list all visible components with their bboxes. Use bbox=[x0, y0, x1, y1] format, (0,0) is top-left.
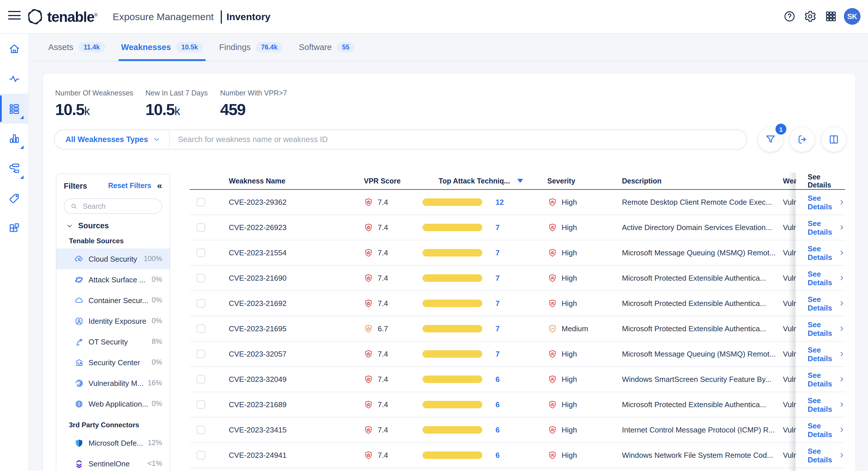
col-header-top-attack[interactable]: Top Attack Techniq... bbox=[439, 173, 523, 189]
table-row[interactable]: CVE-2022-269237.47HighActive Directory D… bbox=[190, 215, 845, 240]
hamburger-menu-icon[interactable] bbox=[8, 11, 21, 23]
see-details-link[interactable]: See Details bbox=[796, 295, 845, 312]
table-row-partial[interactable] bbox=[190, 468, 845, 471]
attack-technique-count[interactable]: 12 bbox=[496, 190, 504, 214]
row-checkbox[interactable] bbox=[196, 324, 205, 333]
nav-activity-icon[interactable] bbox=[0, 64, 28, 94]
source-item-ot-security[interactable]: OT Security8% bbox=[56, 331, 169, 352]
see-details-link[interactable]: See Details bbox=[796, 447, 845, 464]
nav-bar-chart-icon[interactable] bbox=[0, 124, 28, 153]
attack-technique-count[interactable]: 6 bbox=[496, 392, 499, 417]
col-header-vpr-score[interactable]: VPR Score bbox=[364, 173, 401, 189]
col-header-severity[interactable]: Severity bbox=[547, 173, 575, 189]
see-details-link[interactable]: See Details bbox=[796, 194, 845, 211]
see-details-link[interactable]: See Details bbox=[796, 371, 845, 388]
row-checkbox[interactable] bbox=[196, 248, 205, 257]
table-row[interactable]: CVE-2023-216907.47HighMicrosoft Protecte… bbox=[190, 266, 845, 291]
vpr-score: 7.4 bbox=[363, 190, 388, 214]
source-item-sentinelone[interactable]: SentinelOne<1% bbox=[56, 453, 169, 471]
see-details-link[interactable]: See Details bbox=[796, 421, 845, 439]
tab-software[interactable]: Software55 bbox=[299, 33, 355, 61]
attack-technique-count[interactable]: 6 bbox=[496, 443, 499, 468]
source-item-vulnerability-m[interactable]: Vulnerability M...16% bbox=[56, 373, 169, 393]
collapse-panel-icon[interactable]: « bbox=[157, 181, 162, 190]
row-checkbox[interactable] bbox=[196, 349, 205, 358]
app-window: tenable® Exposure Management Inventory S… bbox=[0, 0, 868, 471]
source-item-cloud-security[interactable]: Cloud Security100% bbox=[56, 248, 169, 269]
tab-findings[interactable]: Findings76.4k bbox=[219, 33, 283, 61]
tab-weaknesses[interactable]: Weaknesses10.5k bbox=[121, 33, 203, 61]
row-checkbox[interactable] bbox=[196, 375, 205, 383]
table-row[interactable]: CVE-2023-215547.47HighMicrosoft Message … bbox=[190, 240, 845, 266]
col-header-description[interactable]: Description bbox=[622, 173, 662, 189]
weakness-name: CVE-2023-29362 bbox=[229, 190, 286, 214]
row-checkbox[interactable] bbox=[196, 400, 205, 409]
severity-shield-icon bbox=[547, 425, 558, 435]
avatar[interactable]: SK bbox=[844, 8, 861, 25]
row-checkbox[interactable] bbox=[196, 425, 205, 434]
attack-technique-count[interactable]: 7 bbox=[496, 215, 499, 240]
attack-technique-count[interactable]: 6 bbox=[496, 417, 499, 442]
help-icon[interactable] bbox=[783, 10, 796, 23]
table-row[interactable]: CVE-2023-216927.47HighMicrosoft Protecte… bbox=[190, 291, 845, 316]
source-percent: 0% bbox=[152, 275, 162, 284]
attack-technique-count[interactable]: 7 bbox=[496, 342, 499, 366]
row-checkbox[interactable] bbox=[196, 223, 205, 232]
left-nav-rail bbox=[0, 33, 29, 471]
nav-tag-icon[interactable] bbox=[0, 183, 28, 213]
vpr-shield-star-icon bbox=[363, 323, 374, 334]
weakness-name: CVE-2023-32049 bbox=[229, 367, 286, 392]
source-item-web-application[interactable]: Web Application...0% bbox=[56, 393, 169, 414]
table-row[interactable]: CVE-2023-216956.77MediumMicrosoft Protec… bbox=[190, 316, 845, 342]
source-percent: 100% bbox=[144, 255, 162, 263]
ot-security-icon bbox=[74, 337, 84, 347]
attack-technique-count[interactable]: 7 bbox=[496, 240, 499, 265]
severity: High bbox=[547, 190, 577, 214]
sources-group-toggle[interactable]: Sources bbox=[66, 222, 162, 230]
source-item-microsoft-defe[interactable]: Microsoft Defe...12% bbox=[56, 433, 169, 453]
table-row[interactable]: CVE-2023-320577.47HighMicrosoft Message … bbox=[190, 342, 845, 367]
see-details-link[interactable]: See Details bbox=[796, 320, 845, 337]
row-checkbox[interactable] bbox=[196, 198, 205, 206]
filters-search-input[interactable] bbox=[82, 202, 156, 211]
apps-grid-icon[interactable] bbox=[824, 10, 838, 23]
attack-technique-bar bbox=[423, 224, 482, 231]
attack-technique-count[interactable]: 7 bbox=[496, 266, 499, 290]
see-details-link[interactable]: See Details bbox=[796, 269, 845, 287]
attack-technique-count[interactable]: 7 bbox=[496, 291, 499, 316]
vpr-shield-star-icon bbox=[363, 222, 374, 233]
source-item-identity-exposure[interactable]: Identity Exposure0% bbox=[56, 311, 169, 331]
see-details-link[interactable]: See Details bbox=[796, 244, 845, 261]
row-checkbox[interactable] bbox=[196, 450, 205, 459]
settings-gear-icon[interactable] bbox=[804, 10, 817, 23]
see-details-link[interactable]: See Details bbox=[796, 396, 845, 413]
columns-button[interactable] bbox=[822, 127, 846, 152]
table-row[interactable]: CVE-2023-320497.46HighWindows SmartScree… bbox=[190, 367, 845, 392]
table-row[interactable]: CVE-2023-293627.412HighRemote Desktop Cl… bbox=[190, 190, 845, 215]
row-checkbox[interactable] bbox=[196, 273, 205, 282]
attack-technique-count[interactable]: 7 bbox=[496, 316, 499, 341]
nav-home-icon[interactable] bbox=[0, 34, 28, 64]
col-header-weakness-name[interactable]: Weakness Name bbox=[229, 173, 285, 189]
export-button[interactable] bbox=[790, 127, 814, 152]
see-details-link[interactable]: See Details bbox=[796, 219, 845, 236]
see-details-cell: See Details bbox=[796, 443, 845, 468]
weakness-name: CVE-2023-32057 bbox=[229, 342, 286, 366]
table-row[interactable]: CVE-2023-234157.46HighInternet Control M… bbox=[190, 417, 845, 443]
attack-technique-count[interactable]: 6 bbox=[496, 367, 499, 392]
see-details-link[interactable]: See Details bbox=[796, 345, 845, 362]
table-row[interactable]: CVE-2023-216897.46HighMicrosoft Protecte… bbox=[190, 392, 845, 417]
vpr-shield-star-icon bbox=[363, 298, 374, 308]
nav-blocks-icon[interactable] bbox=[0, 213, 28, 243]
nav-inventory-icon[interactable] bbox=[0, 94, 28, 124]
table-row[interactable]: CVE-2023-249417.46HighWindows Network Fi… bbox=[190, 443, 845, 468]
source-item-attack-surface[interactable]: Attack Surface ...0% bbox=[56, 269, 169, 290]
tab-assets[interactable]: Assets11.4k bbox=[48, 33, 105, 61]
weakness-type-dropdown[interactable]: All Weaknesses Types bbox=[55, 130, 169, 149]
row-checkbox[interactable] bbox=[196, 299, 205, 307]
search-input[interactable] bbox=[169, 135, 747, 144]
source-item-security-center[interactable]: Security Center0% bbox=[56, 352, 169, 373]
nav-flow-icon[interactable] bbox=[0, 153, 28, 183]
reset-filters-link[interactable]: Reset Filters bbox=[108, 182, 151, 190]
source-item-container-secur[interactable]: Container Secur...0% bbox=[56, 290, 169, 311]
